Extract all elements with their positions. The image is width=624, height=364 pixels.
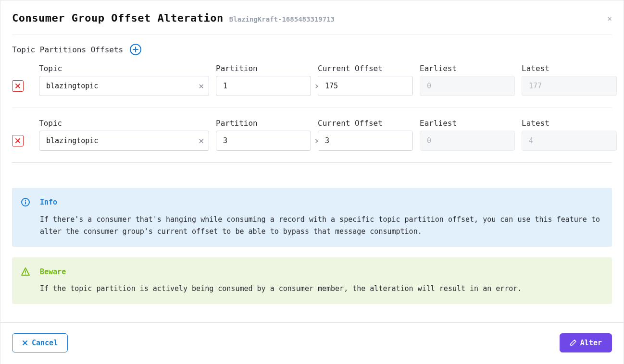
latest-label: Latest [522, 64, 617, 73]
close-icon[interactable]: ✕ [607, 15, 612, 23]
partition-input[interactable] [223, 136, 315, 145]
latest-label: Latest [522, 119, 617, 128]
alter-label: Alter [580, 339, 602, 347]
partition-row: Topic ✕ Partition ✕ Current Offset [12, 64, 612, 108]
earliest-value: 0 [420, 131, 515, 151]
partition-input[interactable] [223, 82, 315, 90]
offset-alteration-modal: ✕ Consumer Group Offset Alteration Blazi… [0, 0, 624, 364]
partition-label: Partition [216, 119, 311, 128]
x-icon [22, 340, 28, 346]
topic-label: Topic [39, 64, 209, 73]
beware-alert: Beware If the topic partition is activel… [12, 257, 612, 304]
latest-value: 177 [522, 76, 617, 96]
x-icon [15, 83, 21, 89]
topic-label: Topic [39, 119, 209, 128]
cancel-button[interactable]: Cancel [12, 333, 68, 352]
offset-label: Current Offset [318, 64, 413, 73]
cancel-label: Cancel [32, 339, 58, 347]
clear-topic-icon[interactable]: ✕ [199, 82, 204, 90]
warning-icon [21, 266, 30, 295]
topic-input-wrap[interactable]: ✕ [39, 131, 209, 151]
svg-rect-3 [25, 270, 26, 273]
delete-row-button[interactable] [12, 80, 24, 92]
partition-input-wrap[interactable]: ✕ [216, 76, 311, 96]
offset-input-wrap[interactable] [318, 131, 413, 151]
offset-input[interactable] [318, 131, 413, 150]
latest-value: 4 [522, 131, 617, 151]
partition-label: Partition [216, 64, 311, 73]
topic-input[interactable] [46, 82, 199, 90]
topic-input[interactable] [46, 136, 199, 145]
pencil-icon [570, 340, 576, 346]
section-title: Topic Partitions Offsets [12, 45, 123, 54]
delete-row-button[interactable] [12, 135, 24, 146]
alerts: Info If there's a consumer that's hangin… [12, 173, 612, 304]
page-title: Consumer Group Offset Alteration [12, 12, 224, 24]
info-title: Info [40, 196, 603, 209]
x-icon [15, 138, 21, 144]
modal-body: ✕ Consumer Group Offset Alteration Blazi… [0, 0, 624, 304]
group-name: BlazingKraft-1685483319713 [229, 15, 335, 23]
svg-point-1 [25, 200, 26, 201]
partition-row: Topic ✕ Partition ✕ Current Offset [12, 119, 612, 163]
info-text: If there's a consumer that's hanging whi… [40, 214, 603, 238]
section-header: Topic Partitions Offsets [12, 44, 612, 55]
info-alert: Info If there's a consumer that's hangin… [12, 188, 612, 247]
info-icon [21, 196, 30, 238]
partition-input-wrap[interactable]: ✕ [216, 131, 311, 151]
svg-point-4 [25, 273, 26, 274]
topic-input-wrap[interactable]: ✕ [39, 76, 209, 96]
beware-title: Beware [40, 266, 603, 279]
offset-input[interactable] [318, 76, 413, 96]
earliest-value: 0 [420, 76, 515, 96]
offset-label: Current Offset [318, 119, 413, 128]
modal-header: Consumer Group Offset Alteration Blazing… [12, 12, 612, 35]
offset-input-wrap[interactable] [318, 76, 413, 96]
clear-topic-icon[interactable]: ✕ [199, 136, 204, 145]
plus-icon [133, 47, 138, 52]
beware-text: If the topic partition is actively being… [40, 283, 603, 295]
add-partition-button[interactable] [130, 44, 141, 55]
svg-rect-2 [25, 202, 26, 205]
earliest-label: Earliest [420, 64, 515, 73]
earliest-label: Earliest [420, 119, 515, 128]
modal-footer: Cancel Alter [0, 322, 624, 364]
alter-button[interactable]: Alter [560, 333, 612, 352]
